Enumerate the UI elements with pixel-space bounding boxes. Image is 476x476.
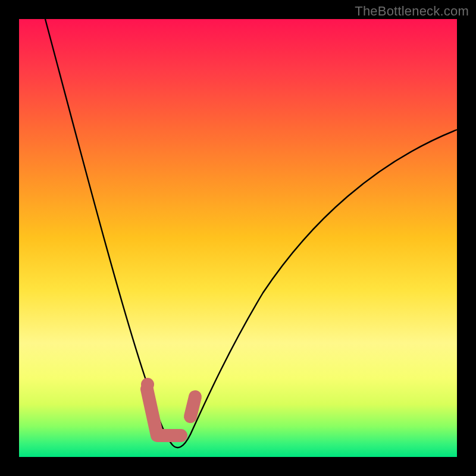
highlight-marker-right	[190, 397, 195, 416]
bottleneck-chart	[19, 19, 457, 457]
gradient-plot-area	[19, 19, 457, 457]
highlight-marker	[147, 389, 181, 436]
highlight-marker-dot	[141, 378, 154, 391]
bottleneck-curve-line	[45, 19, 457, 447]
credit-watermark: TheBottleneck.com	[355, 4, 469, 19]
